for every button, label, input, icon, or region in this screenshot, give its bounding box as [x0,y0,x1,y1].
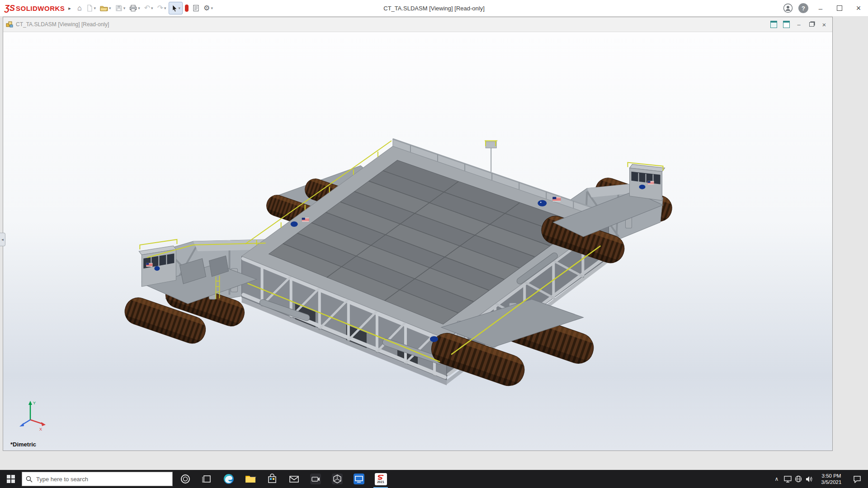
maximize-button[interactable] [830,0,849,16]
open-folder-icon [100,5,108,12]
triad-x-label: X [39,427,42,432]
home-icon: ⌂ [77,5,82,12]
new-window-icon [770,21,777,28]
network-globe-icon[interactable] [793,470,804,488]
minimize-button[interactable]: – [811,0,830,16]
solidworks-version-badge: 2021 [377,480,384,483]
tile-window-button[interactable] [782,20,791,28]
user-avatar-icon [783,3,793,13]
document-window-controls: – × [769,20,829,28]
pc-network-icon[interactable] [782,470,793,488]
document-titlebar: CT_TA.SLDASM [Viewing] [Read-only] – × [3,17,832,32]
close-button[interactable]: × [849,0,868,16]
record-red-icon [185,5,189,12]
taskbar-app-mail[interactable] [283,470,305,488]
taskbar-search[interactable] [22,472,173,486]
doc-restore-button[interactable] [807,20,816,28]
orientation-triad[interactable]: Y X [13,397,49,432]
hidden-icons-chevron[interactable]: ∧ [771,470,782,488]
logo-text: SOLIDWORKS [16,5,65,12]
doc-minimize-icon: – [797,21,800,28]
new-document-button[interactable]: ▾ [84,2,98,14]
options-button[interactable]: ⚙▾ [202,2,215,14]
viewport-canvas[interactable]: Y X *Dimetric [3,32,832,450]
action-center-button[interactable] [848,470,866,488]
system-tray: ∧ 3:50 PM 3/5/2021 [771,470,868,488]
account-button[interactable] [783,3,793,13]
file-explorer-icon [245,473,256,485]
cortana-icon [180,474,191,484]
open-button[interactable]: ▾ [98,2,113,14]
menu-flyout-arrow-icon[interactable]: ▸ [68,5,71,11]
file-properties-button[interactable] [191,2,201,14]
help-button[interactable]: ? [798,3,808,13]
document-title: CT_TA.SLDASM [Viewing] [Read-only] [16,21,109,28]
taskbar-app-cortana[interactable] [175,470,196,488]
new-window-button[interactable] [769,20,778,28]
minimize-icon: – [819,5,822,12]
taskbar-app-solidworks[interactable]: 2021 [370,470,392,488]
triad-y-arrow[interactable] [28,401,32,405]
left-cab [139,239,177,286]
start-button[interactable] [0,470,22,488]
print-button[interactable]: ▾ [127,2,142,14]
taskbar-clock[interactable]: 3:50 PM 3/5/2021 [815,473,848,485]
triad-z-arrow[interactable] [19,423,24,427]
doc-close-button[interactable]: × [820,20,829,28]
windows-taskbar: 2021 ∧ 3:50 PM 3/5/2021 [0,470,868,488]
search-input[interactable] [36,476,172,483]
triad-y-label: Y [33,401,36,405]
mail-icon [288,474,300,485]
close-icon: × [856,4,861,13]
save-icon [115,5,123,12]
right-cab [628,163,665,201]
taskbar-app-file-explorer[interactable] [240,470,261,488]
tile-window-icon [783,21,790,28]
redo-icon: ↷ [157,5,163,12]
taskbar-app-store[interactable] [261,470,283,488]
app-background: CT_TA.SLDASM [Viewing] [Read-only] – × [0,17,868,470]
volume-icon[interactable] [804,470,815,488]
gear-icon: ⚙ [203,5,210,12]
hexagon-3d-icon [331,473,343,485]
task-view-icon [202,474,212,484]
save-button[interactable]: ▾ [113,2,127,14]
app-titlebar: ƷS SOLIDWORKS ▸ ⌂ ▾ ▾ ▾ ▾ ↶▾ ↷▾ ▾ [0,0,868,17]
quick-access-toolbar: ⌂ ▾ ▾ ▾ ▾ ↶▾ ↷▾ ▾ ⚙▾ [75,2,215,14]
taskbar-app-3d-viewer[interactable] [326,470,348,488]
doc-close-icon: × [822,21,826,28]
print-icon [129,5,137,12]
assembly-document-icon [6,21,13,28]
select-tool-button[interactable]: ▾ [169,2,183,14]
taskbar-app-media[interactable] [348,470,370,488]
undo-icon: ↶ [144,5,150,12]
media-app-icon [353,473,365,485]
doc-restore-icon [809,22,814,27]
store-icon [267,474,278,484]
undo-button[interactable]: ↶▾ [142,2,155,14]
home-button[interactable]: ⌂ [75,2,84,14]
titlebar-right: ? – × [780,0,868,16]
taskbar-task-view[interactable] [196,470,218,488]
crawler-transporter-model [3,32,832,450]
redo-button[interactable]: ↷▾ [156,2,168,14]
view-orientation-label: *Dimetric [10,441,36,448]
action-center-icon [853,475,861,483]
panel-expand-arrow[interactable]: ◂ [0,233,5,246]
solidworks-app-icon: 2021 [375,473,387,485]
search-icon [26,476,33,483]
clock-time: 3:50 PM [815,473,848,479]
taskbar-app-camera[interactable] [305,470,326,488]
help-icon: ? [802,5,805,12]
select-cursor-icon [171,5,178,12]
clock-date: 3/5/2021 [815,479,848,485]
file-properties-icon [193,5,199,12]
triad-x-arrow[interactable] [41,422,46,426]
screen: { "app": { "logo_mark": "ƷS", "logo_text… [0,0,868,488]
taskbar-app-edge[interactable] [218,470,240,488]
edge-icon [223,473,235,485]
logo-mark: ƷS [5,4,15,13]
record-button[interactable] [183,2,190,14]
new-document-icon [86,5,93,12]
doc-minimize-button[interactable]: – [794,20,803,28]
